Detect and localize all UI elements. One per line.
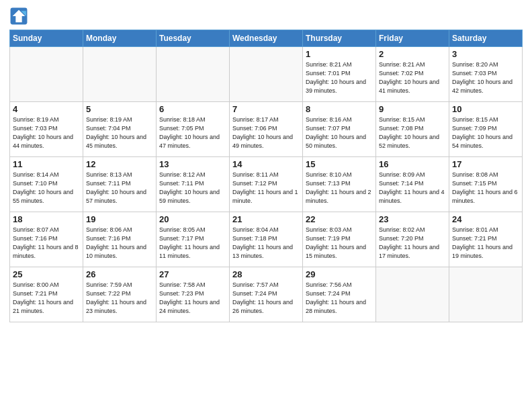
day-info: Sunrise: 8:08 AM Sunset: 7:15 PM Dayligh… [452, 171, 519, 205]
day-number: 18 [13, 214, 80, 224]
calendar-cell: 12Sunrise: 8:13 AM Sunset: 7:11 PM Dayli… [83, 157, 157, 212]
weekday-header-sunday: Sunday [10, 30, 83, 47]
day-info: Sunrise: 8:21 AM Sunset: 7:02 PM Dayligh… [379, 60, 446, 95]
day-number: 2 [379, 49, 446, 59]
calendar-cell: 21Sunrise: 8:04 AM Sunset: 7:18 PM Dayli… [230, 212, 303, 267]
logo-icon [9, 7, 28, 26]
day-info: Sunrise: 8:10 AM Sunset: 7:13 PM Dayligh… [306, 171, 373, 205]
day-info: Sunrise: 8:05 AM Sunset: 7:17 PM Dayligh… [159, 226, 226, 261]
logo [9, 7, 31, 26]
calendar-cell: 16Sunrise: 8:09 AM Sunset: 7:14 PM Dayli… [376, 157, 449, 212]
day-number: 9 [379, 104, 446, 114]
day-info: Sunrise: 8:03 AM Sunset: 7:19 PM Dayligh… [306, 226, 373, 261]
calendar-cell: 7Sunrise: 8:17 AM Sunset: 7:06 PM Daylig… [230, 102, 303, 157]
calendar-cell: 3Sunrise: 8:20 AM Sunset: 7:03 PM Daylig… [449, 47, 523, 102]
calendar-cell: 6Sunrise: 8:18 AM Sunset: 7:05 PM Daylig… [157, 102, 230, 157]
day-number: 8 [306, 104, 373, 114]
day-info: Sunrise: 8:17 AM Sunset: 7:06 PM Dayligh… [232, 116, 300, 150]
calendar: SundayMondayTuesdayWednesdayThursdayFrid… [9, 30, 523, 322]
day-info: Sunrise: 8:04 AM Sunset: 7:18 PM Dayligh… [232, 226, 300, 261]
day-number: 7 [232, 104, 300, 114]
calendar-week-1: 4Sunrise: 8:19 AM Sunset: 7:03 PM Daylig… [10, 102, 523, 157]
weekday-header-saturday: Saturday [449, 30, 523, 47]
day-number: 11 [13, 159, 80, 169]
calendar-cell: 23Sunrise: 8:02 AM Sunset: 7:20 PM Dayli… [376, 212, 449, 267]
day-number: 5 [86, 104, 153, 114]
calendar-cell [376, 267, 449, 322]
page: SundayMondayTuesdayWednesdayThursdayFrid… [0, 0, 532, 411]
calendar-cell: 28Sunrise: 7:57 AM Sunset: 7:24 PM Dayli… [230, 267, 303, 322]
calendar-cell: 25Sunrise: 8:00 AM Sunset: 7:21 PM Dayli… [10, 267, 83, 322]
day-number: 22 [306, 214, 373, 224]
day-number: 27 [159, 269, 226, 279]
day-number: 19 [86, 214, 153, 224]
day-info: Sunrise: 8:14 AM Sunset: 7:10 PM Dayligh… [13, 171, 80, 205]
calendar-cell: 22Sunrise: 8:03 AM Sunset: 7:19 PM Dayli… [303, 212, 376, 267]
day-number: 12 [86, 159, 153, 169]
header [9, 7, 523, 26]
day-info: Sunrise: 8:11 AM Sunset: 7:12 PM Dayligh… [232, 171, 300, 205]
calendar-cell: 1Sunrise: 8:21 AM Sunset: 7:01 PM Daylig… [303, 47, 376, 102]
day-number: 23 [379, 214, 446, 224]
calendar-cell: 8Sunrise: 8:16 AM Sunset: 7:07 PM Daylig… [303, 102, 376, 157]
day-info: Sunrise: 8:12 AM Sunset: 7:11 PM Dayligh… [159, 171, 226, 205]
calendar-cell: 29Sunrise: 7:56 AM Sunset: 7:24 PM Dayli… [303, 267, 376, 322]
weekday-header-friday: Friday [376, 30, 449, 47]
calendar-cell: 10Sunrise: 8:15 AM Sunset: 7:09 PM Dayli… [449, 102, 523, 157]
calendar-cell [230, 47, 303, 102]
weekday-header-monday: Monday [83, 30, 157, 47]
day-info: Sunrise: 8:07 AM Sunset: 7:16 PM Dayligh… [13, 226, 80, 261]
calendar-cell: 26Sunrise: 7:59 AM Sunset: 7:22 PM Dayli… [83, 267, 157, 322]
calendar-week-3: 18Sunrise: 8:07 AM Sunset: 7:16 PM Dayli… [10, 212, 523, 267]
calendar-cell: 4Sunrise: 8:19 AM Sunset: 7:03 PM Daylig… [10, 102, 83, 157]
day-number: 28 [232, 269, 300, 279]
day-number: 10 [452, 104, 519, 114]
day-number: 21 [232, 214, 300, 224]
calendar-cell: 27Sunrise: 7:58 AM Sunset: 7:23 PM Dayli… [157, 267, 230, 322]
day-info: Sunrise: 7:57 AM Sunset: 7:24 PM Dayligh… [232, 281, 300, 316]
day-number: 17 [452, 159, 519, 169]
day-info: Sunrise: 7:56 AM Sunset: 7:24 PM Dayligh… [306, 281, 373, 316]
calendar-cell [83, 47, 157, 102]
calendar-cell: 11Sunrise: 8:14 AM Sunset: 7:10 PM Dayli… [10, 157, 83, 212]
weekday-header-tuesday: Tuesday [157, 30, 230, 47]
weekday-header-wednesday: Wednesday [230, 30, 303, 47]
day-info: Sunrise: 7:59 AM Sunset: 7:22 PM Dayligh… [86, 281, 153, 316]
day-number: 29 [306, 269, 373, 279]
calendar-week-0: 1Sunrise: 8:21 AM Sunset: 7:01 PM Daylig… [10, 47, 523, 102]
calendar-cell: 5Sunrise: 8:19 AM Sunset: 7:04 PM Daylig… [83, 102, 157, 157]
calendar-cell: 9Sunrise: 8:15 AM Sunset: 7:08 PM Daylig… [376, 102, 449, 157]
calendar-cell: 13Sunrise: 8:12 AM Sunset: 7:11 PM Dayli… [157, 157, 230, 212]
day-info: Sunrise: 8:15 AM Sunset: 7:08 PM Dayligh… [379, 116, 446, 150]
day-info: Sunrise: 8:06 AM Sunset: 7:16 PM Dayligh… [86, 226, 153, 261]
calendar-cell [10, 47, 83, 102]
day-info: Sunrise: 8:19 AM Sunset: 7:03 PM Dayligh… [13, 116, 80, 150]
calendar-cell: 15Sunrise: 8:10 AM Sunset: 7:13 PM Dayli… [303, 157, 376, 212]
day-info: Sunrise: 8:13 AM Sunset: 7:11 PM Dayligh… [86, 171, 153, 205]
day-info: Sunrise: 8:01 AM Sunset: 7:21 PM Dayligh… [452, 226, 519, 261]
weekday-header-thursday: Thursday [303, 30, 376, 47]
day-info: Sunrise: 8:00 AM Sunset: 7:21 PM Dayligh… [13, 281, 80, 316]
day-info: Sunrise: 8:16 AM Sunset: 7:07 PM Dayligh… [306, 116, 373, 150]
calendar-cell: 20Sunrise: 8:05 AM Sunset: 7:17 PM Dayli… [157, 212, 230, 267]
calendar-cell [157, 47, 230, 102]
day-info: Sunrise: 8:19 AM Sunset: 7:04 PM Dayligh… [86, 116, 153, 150]
calendar-cell: 2Sunrise: 8:21 AM Sunset: 7:02 PM Daylig… [376, 47, 449, 102]
calendar-cell: 14Sunrise: 8:11 AM Sunset: 7:12 PM Dayli… [230, 157, 303, 212]
day-info: Sunrise: 8:09 AM Sunset: 7:14 PM Dayligh… [379, 171, 446, 205]
calendar-week-4: 25Sunrise: 8:00 AM Sunset: 7:21 PM Dayli… [10, 267, 523, 322]
day-number: 26 [86, 269, 153, 279]
day-info: Sunrise: 8:20 AM Sunset: 7:03 PM Dayligh… [452, 60, 519, 95]
day-number: 13 [159, 159, 226, 169]
day-number: 24 [452, 214, 519, 224]
day-number: 16 [379, 159, 446, 169]
calendar-cell: 18Sunrise: 8:07 AM Sunset: 7:16 PM Dayli… [10, 212, 83, 267]
day-number: 6 [159, 104, 226, 114]
calendar-week-2: 11Sunrise: 8:14 AM Sunset: 7:10 PM Dayli… [10, 157, 523, 212]
day-number: 20 [159, 214, 226, 224]
day-number: 1 [306, 49, 373, 59]
day-number: 4 [13, 104, 80, 114]
day-number: 15 [306, 159, 373, 169]
calendar-cell: 19Sunrise: 8:06 AM Sunset: 7:16 PM Dayli… [83, 212, 157, 267]
day-info: Sunrise: 8:18 AM Sunset: 7:05 PM Dayligh… [159, 116, 226, 150]
